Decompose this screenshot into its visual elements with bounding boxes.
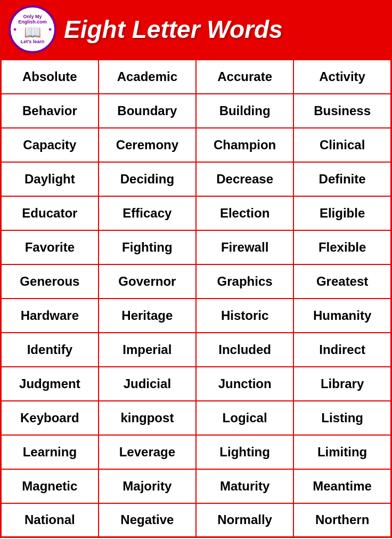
word-cell: Activity <box>293 60 391 94</box>
word-cell: Definite <box>293 162 391 196</box>
word-cell: Clinical <box>293 128 391 162</box>
table-row: NationalNegativeNormallyNorthern <box>1 503 391 537</box>
word-cell: Deciding <box>99 162 196 196</box>
table-row: GenerousGovernorGraphicsGreatest <box>1 264 391 299</box>
word-cell: Efficacy <box>99 196 196 230</box>
header: Only MyEnglish.com 📖 Let's learn ★ ★ Eig… <box>0 0 392 59</box>
table-row: DaylightDecidingDecreaseDefinite <box>1 162 391 196</box>
word-cell: Indirect <box>293 333 391 367</box>
word-cell: Lighting <box>196 435 293 469</box>
word-cell: Fighting <box>99 230 196 264</box>
table-row: MagneticMajorityMaturityMeantime <box>1 469 391 503</box>
word-cell: Negative <box>99 503 196 537</box>
word-cell: Graphics <box>196 264 293 299</box>
logo-star-right: ★ <box>48 27 52 32</box>
word-cell: Keyboard <box>1 401 99 435</box>
table-row: IdentifyImperialIncludedIndirect <box>1 333 391 367</box>
logo-bottom-text: Let's learn <box>21 39 45 44</box>
word-cell: Election <box>196 196 293 230</box>
word-cell: Boundary <box>99 94 196 128</box>
table-row: HardwareHeritageHistoricHumanity <box>1 299 391 333</box>
table-row: BehaviorBoundaryBuildingBusiness <box>1 94 391 128</box>
word-cell: Logical <box>196 401 293 435</box>
table-row: CapacityCeremonyChampionClinical <box>1 128 391 162</box>
word-cell: Junction <box>196 367 293 401</box>
table-row: KeyboardkingpostLogicalListing <box>1 401 391 435</box>
logo-book-icon: 📖 <box>24 25 41 39</box>
word-cell: Ceremony <box>99 128 196 162</box>
word-cell: Northern <box>293 503 391 537</box>
word-cell: Eligible <box>293 196 391 230</box>
word-cell: Building <box>196 94 293 128</box>
word-cell: Historic <box>196 299 293 333</box>
word-cell: Listing <box>293 401 391 435</box>
word-cell: Governor <box>99 264 196 299</box>
word-cell: Greatest <box>293 264 391 299</box>
word-cell: Magnetic <box>1 469 99 503</box>
table-row: AbsoluteAcademicAccurateActivity <box>1 60 391 94</box>
word-cell: Limiting <box>293 435 391 469</box>
word-cell: Maturity <box>196 469 293 503</box>
word-cell: Normally <box>196 503 293 537</box>
word-cell: Firewall <box>196 230 293 264</box>
word-cell: Library <box>293 367 391 401</box>
table-row: FavoriteFightingFirewallFlexible <box>1 230 391 264</box>
logo-top-text: Only MyEnglish.com <box>18 14 47 25</box>
word-cell: Heritage <box>99 299 196 333</box>
word-cell: Academic <box>99 60 196 94</box>
word-cell: Behavior <box>1 94 99 128</box>
word-cell: Judgment <box>1 367 99 401</box>
word-cell: Decrease <box>196 162 293 196</box>
word-cell: Capacity <box>1 128 99 162</box>
word-cell: Meantime <box>293 469 391 503</box>
word-cell: kingpost <box>99 401 196 435</box>
word-cell: Flexible <box>293 230 391 264</box>
word-cell: Majority <box>99 469 196 503</box>
word-cell: Accurate <box>196 60 293 94</box>
word-cell: Business <box>293 94 391 128</box>
word-cell: Generous <box>1 264 99 299</box>
word-table: AbsoluteAcademicAccurateActivityBehavior… <box>0 59 392 538</box>
table-row: JudgmentJudicialJunctionLibrary <box>1 367 391 401</box>
word-cell: Leverage <box>99 435 196 469</box>
word-cell: Judicial <box>99 367 196 401</box>
word-cell: Favorite <box>1 230 99 264</box>
word-cell: Learning <box>1 435 99 469</box>
word-cell: Champion <box>196 128 293 162</box>
word-cell: Imperial <box>99 333 196 367</box>
word-cell: Included <box>196 333 293 367</box>
page-title: Eight Letter Words <box>64 17 283 42</box>
logo: Only MyEnglish.com 📖 Let's learn ★ ★ <box>9 5 56 53</box>
word-cell: Daylight <box>1 162 99 196</box>
table-row: EducatorEfficacyElectionEligible <box>1 196 391 230</box>
word-cell: Humanity <box>293 299 391 333</box>
logo-star-left: ★ <box>13 27 17 32</box>
word-cell: Hardware <box>1 299 99 333</box>
word-cell: Educator <box>1 196 99 230</box>
word-cell: Identify <box>1 333 99 367</box>
word-cell: Absolute <box>1 60 99 94</box>
word-cell: National <box>1 503 99 537</box>
table-row: LearningLeverageLightingLimiting <box>1 435 391 469</box>
